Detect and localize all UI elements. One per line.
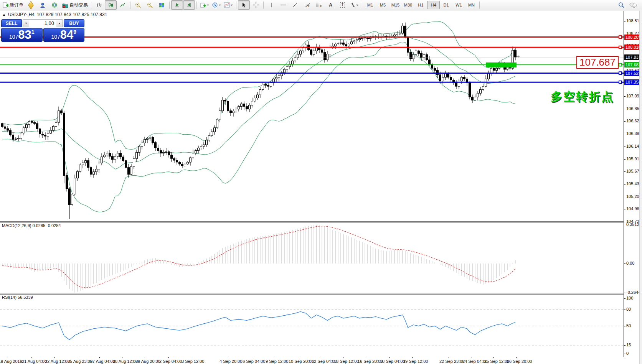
volume-increase-button[interactable]: ▲ <box>56 20 63 27</box>
metaeditor-button[interactable] <box>25 0 37 10</box>
tab-timeframe-h1[interactable]: H1 <box>414 1 427 9</box>
autotrading-button[interactable]: 自动交易 <box>61 0 89 10</box>
horizontal-line-tool[interactable] <box>277 0 289 10</box>
sell-price-button[interactable]: 107 83 1 <box>1 28 43 42</box>
time-axis-label: 6 Sep 04:00 <box>243 359 265 364</box>
svg-text:F: F <box>320 5 322 8</box>
fibonacci-tool[interactable]: F <box>313 0 325 10</box>
rsi-panel-divider[interactable] <box>0 293 624 293</box>
time-axis-label: 9 Sep 12:00 <box>266 359 288 364</box>
sell-price-pip: 1 <box>31 29 35 35</box>
time-axis-label: 19 Sep 12:00 <box>403 359 428 364</box>
line-chart-button[interactable] <box>117 0 129 10</box>
buy-button[interactable]: BUY <box>64 19 84 27</box>
bollinger-band-line <box>2 43 515 212</box>
equidistant-channel-tool[interactable]: E <box>301 0 313 10</box>
vertical-line-tool[interactable] <box>265 0 277 10</box>
main-toolbar: 新订单 自动交易 <box>0 0 642 10</box>
buy-price-button[interactable]: 107 84 9 <box>43 28 85 42</box>
turning-point-annotation[interactable]: 多空转折点 <box>551 89 614 105</box>
time-axis-label: 10 Sep 20:00 <box>289 359 314 364</box>
sell-price-main: 83 <box>18 29 31 41</box>
time-axis-label: 24 Sep 04:00 <box>462 359 487 364</box>
crosshair-icon <box>253 2 259 8</box>
tile-windows-button[interactable] <box>156 0 168 10</box>
macd-panel-divider[interactable] <box>0 221 624 222</box>
macd-label: MACD(12,26,9) 0.0285 -0.0284 <box>2 223 61 228</box>
time-axis-line[interactable] <box>0 357 624 357</box>
time-axis-label: 29 Aug 20:00 <box>135 359 160 364</box>
rsi-line <box>2 311 515 339</box>
main-price-chart[interactable] <box>0 11 642 222</box>
chat-button[interactable] <box>627 0 639 10</box>
indicators-icon <box>224 2 233 8</box>
toolbar-separator <box>263 2 264 9</box>
search-button[interactable] <box>615 0 627 10</box>
toolbar-separator <box>236 2 236 9</box>
terminal-button[interactable] <box>37 0 49 10</box>
highlight-rectangle-object[interactable] <box>486 63 517 68</box>
macd-panel-divider[interactable] <box>0 222 624 223</box>
time-axis-label: 27 Aug 04:00 <box>90 359 115 364</box>
arrows-tool[interactable] <box>348 0 360 10</box>
level-line-handle[interactable] <box>619 36 622 38</box>
vertical-line-icon <box>269 2 273 8</box>
candlestick-chart-button[interactable] <box>105 0 117 10</box>
auto-scroll-icon <box>175 3 180 8</box>
level-line-handle[interactable] <box>619 81 622 84</box>
crosshair-button[interactable] <box>250 0 262 10</box>
trendline-tool[interactable] <box>289 0 301 10</box>
text-label-tool[interactable]: T <box>337 0 348 10</box>
ohlc-collapse-arrow[interactable]: ▲ <box>2 13 6 16</box>
rsi-panel-divider[interactable] <box>0 294 624 295</box>
bar-chart-icon <box>96 2 102 8</box>
line-chart-icon <box>120 2 125 8</box>
toolbar-separator <box>169 2 170 9</box>
chart-shift-button[interactable] <box>183 0 195 10</box>
horizontal-line-icon <box>280 2 286 8</box>
tab-timeframe-m1[interactable]: M1 <box>364 1 376 9</box>
tab-timeframe-m5[interactable]: M5 <box>376 1 389 9</box>
price-annotation-box[interactable]: 107.687 <box>576 56 619 69</box>
tab-timeframe-m30[interactable]: M30 <box>402 1 414 9</box>
chart-shift-icon <box>186 3 192 8</box>
zoom-out-button[interactable] <box>144 0 156 10</box>
macd-indicator-panel[interactable] <box>0 222 642 293</box>
new-chart-button[interactable] <box>198 0 210 10</box>
tab-timeframe-w1[interactable]: W1 <box>452 1 465 9</box>
chart-period-button[interactable] <box>210 0 222 10</box>
price-axis-line[interactable] <box>624 11 624 357</box>
toolbar-separator <box>362 2 362 9</box>
ohlc-values: 107.829 107.843 107.825 107.831 <box>37 12 107 17</box>
level-line-handle[interactable] <box>619 46 622 49</box>
volume-input[interactable] <box>29 20 56 27</box>
tab-timeframe-m15[interactable]: M15 <box>389 1 402 9</box>
buy-price-pip: 9 <box>73 29 76 35</box>
level-line-handle[interactable] <box>619 72 622 74</box>
time-axis-label: 12 Sep 04:00 <box>312 359 337 364</box>
cursor-button[interactable] <box>238 0 250 10</box>
tab-timeframe-d1[interactable]: D1 <box>440 1 452 9</box>
rsi-indicator-panel[interactable] <box>0 295 642 357</box>
bar-chart-button[interactable] <box>93 0 105 10</box>
chat-icon <box>629 2 637 8</box>
zoom-in-button[interactable] <box>132 0 144 10</box>
time-axis-label: 25 Aug 23:00 <box>68 359 92 364</box>
indicators-button[interactable] <box>222 0 234 10</box>
tab-timeframe-mn[interactable]: MN <box>465 1 478 9</box>
auto-scroll-button[interactable] <box>171 0 183 10</box>
time-axis-label: 22 Sep 23:00 <box>439 359 464 364</box>
strategy-tester-button[interactable] <box>49 0 61 10</box>
candle-wicks <box>2 23 515 219</box>
macd-signal-line <box>2 226 515 288</box>
level-line-handle[interactable] <box>619 63 622 66</box>
last-bar-marker <box>517 55 520 58</box>
arrows-icon <box>350 2 359 8</box>
text-tool[interactable]: A <box>325 0 337 10</box>
sell-button[interactable]: SELL <box>1 19 22 27</box>
volume-decrease-button[interactable]: ▼ <box>23 20 29 27</box>
tab-timeframe-h4[interactable]: H4 <box>427 1 440 9</box>
new-order-button[interactable]: 新订单 <box>1 0 25 10</box>
new-order-icon <box>3 2 8 8</box>
rsi-label: RSI(14) 56.5339 <box>2 295 33 300</box>
